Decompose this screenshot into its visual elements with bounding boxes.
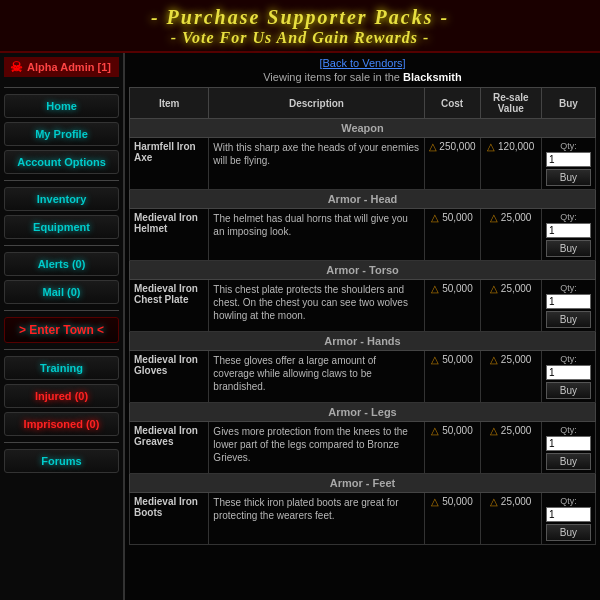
user-level: [1] [97,61,110,73]
section-header-label: Armor - Legs [130,403,596,422]
item-name-cell: Medieval Iron Chest Plate [130,280,209,332]
item-desc-cell: These thick iron plated boots are great … [209,493,424,545]
qty-label: Qty: [546,425,591,435]
item-description: These thick iron plated boots are great … [213,497,398,521]
col-buy: Buy [541,88,595,119]
qty-label: Qty: [546,141,591,151]
back-link-text[interactable]: [Back to Vendors] [319,57,405,69]
table-row: Harmfell Iron Axe With this sharp axe th… [130,138,596,190]
buy-button[interactable]: Buy [546,382,591,399]
buy-button[interactable]: Buy [546,240,591,257]
sidebar-item-enter-town[interactable]: > Enter Town < [4,317,119,343]
item-name: Medieval Iron Helmet [134,212,198,234]
qty-input[interactable] [546,436,591,451]
item-buy-cell: Qty: Buy [541,280,595,332]
item-name: Medieval Iron Greaves [134,425,198,447]
gold-icon-resale: △ [490,425,498,436]
buy-button[interactable]: Buy [546,453,591,470]
item-cost-cell: △ 50,000 [424,209,480,261]
section-header-armor---legs: Armor - Legs [130,403,596,422]
gold-icon-cost: △ [429,141,437,152]
item-resale-cell: △ 25,000 [480,209,541,261]
buy-button[interactable]: Buy [546,311,591,328]
item-description: This chest plate protects the shoulders … [213,284,408,321]
sidebar-divider-3 [4,310,119,311]
item-name-cell: Harmfell Iron Axe [130,138,209,190]
gold-icon-resale: △ [487,141,495,152]
gold-icon-cost: △ [431,496,439,507]
sidebar-item-my-profile[interactable]: My Profile [4,122,119,146]
gold-icon-resale: △ [490,212,498,223]
sidebar-item-imprisoned[interactable]: Imprisoned (0) [4,412,119,436]
section-header-label: Armor - Hands [130,332,596,351]
gold-icon-resale: △ [490,354,498,365]
sidebar-divider-5 [4,442,119,443]
sidebar-item-training[interactable]: Training [4,356,119,380]
buy-button[interactable]: Buy [546,524,591,541]
sidebar-item-forums[interactable]: Forums [4,449,119,473]
section-header-armor---torso: Armor - Torso [130,261,596,280]
item-cost-cell: △ 250,000 [424,138,480,190]
item-name: Medieval Iron Chest Plate [134,283,198,305]
item-description: These gloves offer a large amount of cov… [213,355,376,392]
item-desc-cell: This chest plate protects the shoulders … [209,280,424,332]
table-row: Medieval Iron Boots These thick iron pla… [130,493,596,545]
buy-button[interactable]: Buy [546,169,591,186]
item-desc-cell: These gloves offer a large amount of cov… [209,351,424,403]
item-name: Harmfell Iron Axe [134,141,196,163]
table-row: Medieval Iron Greaves Gives more protect… [130,422,596,474]
item-name-cell: Medieval Iron Helmet [130,209,209,261]
sidebar-item-alerts[interactable]: Alerts (0) [4,252,119,276]
qty-input[interactable] [546,223,591,238]
qty-input[interactable] [546,507,591,522]
section-header-armor---feet: Armor - Feet [130,474,596,493]
back-link[interactable]: [Back to Vendors] [129,57,596,69]
username: Alpha Admin [1] [27,61,111,73]
gold-icon-resale: △ [490,496,498,507]
item-description: Gives more protection from the knees to … [213,426,408,463]
qty-input[interactable] [546,294,591,309]
section-header-label: Armor - Head [130,190,596,209]
item-cost-cell: △ 50,000 [424,351,480,403]
item-desc-cell: Gives more protection from the knees to … [209,422,424,474]
item-buy-cell: Qty: Buy [541,138,595,190]
item-description: With this sharp axe the heads of your en… [213,142,419,166]
sidebar-item-home[interactable]: Home [4,94,119,118]
qty-input[interactable] [546,152,591,167]
item-resale-cell: △ 25,000 [480,422,541,474]
item-resale-cell: △ 120,000 [480,138,541,190]
item-cost-cell: △ 50,000 [424,280,480,332]
item-name: Medieval Iron Boots [134,496,198,518]
item-name: Medieval Iron Gloves [134,354,198,376]
item-cost-cell: △ 50,000 [424,493,480,545]
item-resale-cell: △ 25,000 [480,351,541,403]
item-desc-cell: With this sharp axe the heads of your en… [209,138,424,190]
header-banner: - Purchase Supporter Packs - - Vote For … [0,0,600,53]
sidebar-item-equipment[interactable]: Equipment [4,215,119,239]
sidebar-divider-4 [4,349,119,350]
gold-icon-cost: △ [431,425,439,436]
sidebar-item-account-options[interactable]: Account Options [4,150,119,174]
qty-label: Qty: [546,496,591,506]
sidebar: ☠ Alpha Admin [1] Home My Profile Accoun… [0,53,125,600]
shop-table: Item Description Cost Re-sale Value Buy … [129,87,596,545]
sidebar-divider-1 [4,180,119,181]
table-row: Medieval Iron Chest Plate This chest pla… [130,280,596,332]
section-header-weapon: Weapon [130,119,596,138]
qty-label: Qty: [546,212,591,222]
sidebar-divider-2 [4,245,119,246]
sidebar-item-inventory[interactable]: Inventory [4,187,119,211]
sidebar-item-injured[interactable]: Injured (0) [4,384,119,408]
section-header-armor---hands: Armor - Hands [130,332,596,351]
header-title: - Purchase Supporter Packs - [0,6,600,29]
section-header-label: Weapon [130,119,596,138]
gold-icon-cost: △ [431,354,439,365]
item-desc-cell: The helmet has dual horns that will give… [209,209,424,261]
gold-icon-cost: △ [431,212,439,223]
item-description: The helmet has dual horns that will give… [213,213,408,237]
qty-input[interactable] [546,365,591,380]
section-header-label: Armor - Torso [130,261,596,280]
sidebar-item-mail[interactable]: Mail (0) [4,280,119,304]
item-buy-cell: Qty: Buy [541,209,595,261]
item-buy-cell: Qty: Buy [541,493,595,545]
